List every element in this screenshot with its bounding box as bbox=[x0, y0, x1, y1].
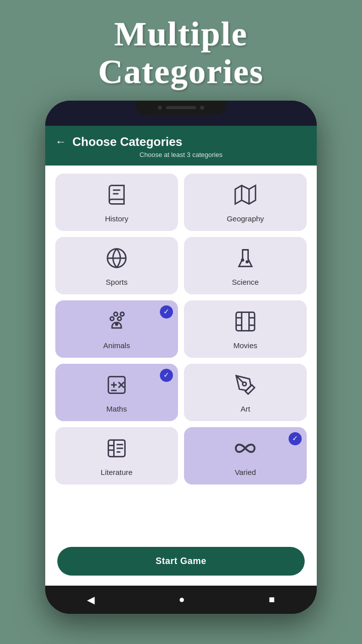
phone-frame: ← Choose Categories Choose at least 3 ca… bbox=[45, 101, 317, 614]
sports-label: Sports bbox=[106, 278, 127, 286]
nav-home-button[interactable]: ● bbox=[178, 594, 185, 605]
maths-icon bbox=[106, 374, 128, 399]
header-subtitle: Choose at least 3 categories bbox=[55, 151, 307, 158]
maths-check: ✓ bbox=[160, 369, 173, 382]
svg-point-10 bbox=[116, 323, 118, 325]
category-animals[interactable]: ✓ Animals bbox=[55, 300, 178, 358]
art-icon bbox=[234, 374, 256, 399]
svg-point-24 bbox=[243, 382, 246, 385]
category-maths[interactable]: ✓ Maths bbox=[55, 364, 178, 421]
svg-rect-11 bbox=[236, 312, 255, 331]
header-title: Choose Categories bbox=[72, 135, 183, 149]
svg-point-9 bbox=[118, 316, 121, 320]
phone-content: ← Choose Categories Choose at least 3 ca… bbox=[45, 126, 317, 586]
varied-icon bbox=[234, 437, 256, 463]
app-header: ← Choose Categories Choose at least 3 ca… bbox=[45, 126, 317, 166]
svg-marker-0 bbox=[235, 185, 255, 204]
literature-label: Literature bbox=[101, 468, 132, 476]
nav-recent-button[interactable]: ■ bbox=[268, 594, 275, 605]
category-science[interactable]: Science bbox=[184, 237, 307, 294]
speaker-bar bbox=[166, 106, 196, 109]
category-literature[interactable]: Literature bbox=[55, 427, 178, 485]
start-game-button[interactable]: Start Game bbox=[57, 547, 305, 576]
literature-icon bbox=[106, 437, 128, 463]
animals-icon bbox=[106, 310, 128, 336]
varied-check: ✓ bbox=[289, 432, 302, 445]
camera-dot bbox=[158, 106, 162, 110]
animals-label: Animals bbox=[103, 341, 130, 350]
varied-label: Varied bbox=[235, 468, 256, 476]
page-title: Multiple Categories bbox=[98, 15, 264, 91]
nav-back-button[interactable]: ◀ bbox=[87, 594, 95, 606]
camera-dot-2 bbox=[200, 106, 204, 110]
category-movies[interactable]: Movies bbox=[184, 300, 307, 358]
animals-check: ✓ bbox=[160, 305, 173, 318]
category-geography[interactable]: Geography bbox=[184, 174, 307, 231]
categories-grid: History Geography bbox=[55, 174, 307, 485]
phone-top-bar bbox=[45, 101, 317, 126]
science-icon bbox=[234, 247, 256, 273]
geography-label: Geography bbox=[227, 214, 264, 223]
svg-point-6 bbox=[114, 312, 118, 315]
history-label: History bbox=[105, 214, 129, 223]
categories-container: History Geography bbox=[45, 166, 317, 539]
art-label: Art bbox=[240, 405, 250, 413]
category-history[interactable]: History bbox=[55, 174, 178, 231]
bottom-nav: ◀ ● ■ bbox=[45, 586, 317, 614]
book-icon bbox=[106, 184, 128, 209]
svg-point-4 bbox=[242, 259, 244, 261]
category-varied[interactable]: ✓ Varied bbox=[184, 427, 307, 485]
movies-icon bbox=[234, 310, 256, 336]
sports-icon bbox=[106, 247, 128, 273]
category-art[interactable]: Art bbox=[184, 364, 307, 421]
svg-point-7 bbox=[120, 312, 124, 315]
science-label: Science bbox=[232, 278, 258, 286]
notch bbox=[136, 101, 226, 115]
map-icon bbox=[234, 184, 256, 209]
movies-label: Movies bbox=[233, 341, 257, 350]
svg-point-8 bbox=[110, 316, 114, 320]
back-button[interactable]: ← bbox=[55, 135, 66, 148]
svg-point-5 bbox=[246, 261, 248, 263]
maths-label: Maths bbox=[107, 405, 127, 413]
start-btn-area: Start Game bbox=[45, 539, 317, 586]
category-sports[interactable]: Sports bbox=[55, 237, 178, 294]
